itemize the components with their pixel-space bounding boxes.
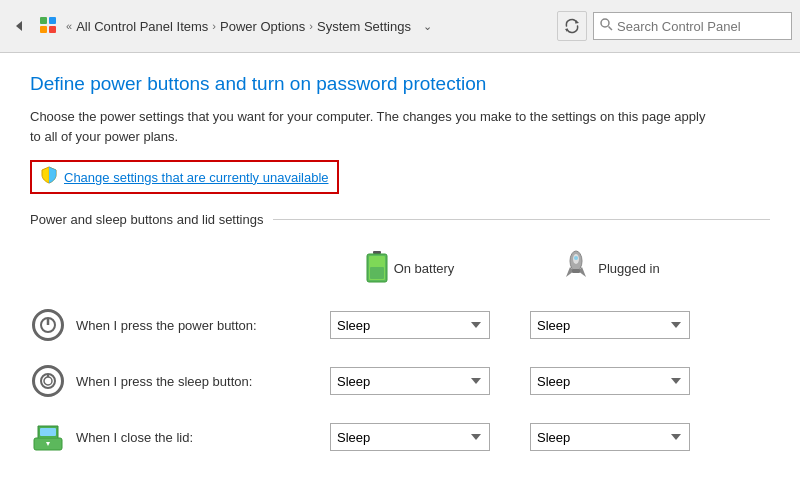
breadcrumb-sep-2: ›	[309, 20, 313, 32]
svg-point-22	[44, 377, 52, 385]
svg-rect-2	[49, 17, 56, 24]
svg-rect-1	[40, 17, 47, 24]
laptop-lid-icon	[30, 420, 66, 454]
battery-label: On battery	[394, 261, 455, 276]
change-settings-label: Change settings that are currently unava…	[64, 170, 329, 185]
sleep-button-label: When I press the sleep button:	[76, 374, 252, 389]
power-button-label: When I press the power button:	[76, 318, 257, 333]
plugged-icon	[560, 249, 592, 287]
breadcrumb-dropdown[interactable]: ⌄	[423, 20, 432, 33]
svg-point-17	[574, 256, 578, 260]
svg-marker-0	[16, 21, 22, 31]
rocket-icon	[560, 249, 592, 281]
section-label: Power and sleep buttons and lid settings	[30, 212, 263, 227]
lid-battery-select[interactable]: Do nothing Sleep Hibernate Shut down Tur…	[330, 423, 490, 451]
sleep-plugged-select[interactable]: Do nothing Sleep Hibernate Shut down Tur…	[530, 367, 690, 395]
main-content: Define power buttons and turn on passwor…	[0, 53, 800, 485]
row-label-sleep: When I press the sleep button:	[30, 353, 310, 409]
search-input[interactable]	[617, 19, 785, 34]
sleep-icon	[32, 365, 64, 397]
sleep-battery-select[interactable]: Do nothing Sleep Hibernate Shut down Tur…	[330, 367, 490, 395]
lid-row-icon	[30, 419, 66, 455]
lid-battery-dropdown-cell: Do nothing Sleep Hibernate Shut down Tur…	[310, 415, 510, 459]
svg-rect-4	[49, 26, 56, 33]
shield-icon	[40, 166, 58, 188]
divider-line	[273, 219, 770, 220]
breadcrumb-back-arrow: «	[66, 20, 72, 32]
page-title: Define power buttons and turn on passwor…	[30, 73, 770, 95]
title-bar-left: « All Control Panel Items › Power Option…	[8, 15, 557, 38]
settings-grid: On battery Plugged in	[30, 243, 770, 465]
section-divider: Power and sleep buttons and lid settings	[30, 212, 770, 227]
breadcrumb-item-system-settings: System Settings	[317, 19, 411, 34]
sleep-plugged-dropdown-cell: Do nothing Sleep Hibernate Shut down Tur…	[510, 359, 710, 403]
title-bar: « All Control Panel Items › Power Option…	[0, 0, 800, 53]
col-header-plugged: Plugged in	[510, 243, 710, 297]
search-box[interactable]	[593, 12, 792, 40]
svg-rect-3	[40, 26, 47, 33]
lid-plugged-dropdown-cell: Do nothing Sleep Hibernate Shut down Tur…	[510, 415, 710, 459]
row-label-power: When I press the power button:	[30, 297, 310, 353]
battery-icon	[366, 251, 388, 285]
breadcrumb: « All Control Panel Items › Power Option…	[66, 19, 411, 34]
power-button-row-icon	[30, 307, 66, 343]
sleep-battery-dropdown-cell: Do nothing Sleep Hibernate Shut down Tur…	[310, 359, 510, 403]
col-header-battery: On battery	[310, 245, 510, 295]
breadcrumb-item-control-panel[interactable]: All Control Panel Items	[76, 19, 208, 34]
title-bar-icons	[557, 11, 792, 41]
power-plugged-dropdown-cell: Do nothing Sleep Hibernate Shut down Tur…	[510, 303, 710, 347]
row-label-lid: When I close the lid:	[30, 409, 310, 465]
lid-plugged-select[interactable]: Do nothing Sleep Hibernate Shut down Tur…	[530, 423, 690, 451]
svg-rect-25	[40, 428, 56, 436]
sleep-button-row-icon	[30, 363, 66, 399]
power-plugged-select[interactable]: Do nothing Sleep Hibernate Shut down Tur…	[530, 311, 690, 339]
breadcrumb-sep-1: ›	[212, 20, 216, 32]
lid-label: When I close the lid:	[76, 430, 193, 445]
search-icon	[600, 18, 613, 34]
power-icon	[32, 309, 64, 341]
change-settings-link[interactable]: Change settings that are currently unava…	[30, 160, 339, 194]
svg-line-8	[609, 27, 613, 31]
refresh-button[interactable]	[557, 11, 587, 41]
back-button[interactable]	[8, 15, 30, 37]
svg-rect-18	[572, 269, 580, 273]
svg-point-7	[601, 19, 609, 27]
svg-rect-12	[370, 267, 384, 279]
power-battery-select[interactable]: Do nothing Sleep Hibernate Shut down Tur…	[330, 311, 490, 339]
description: Choose the power settings that you want …	[30, 107, 710, 146]
plugged-label: Plugged in	[598, 261, 659, 276]
power-battery-dropdown-cell: Do nothing Sleep Hibernate Shut down Tur…	[310, 303, 510, 347]
breadcrumb-item-power-options[interactable]: Power Options	[220, 19, 305, 34]
